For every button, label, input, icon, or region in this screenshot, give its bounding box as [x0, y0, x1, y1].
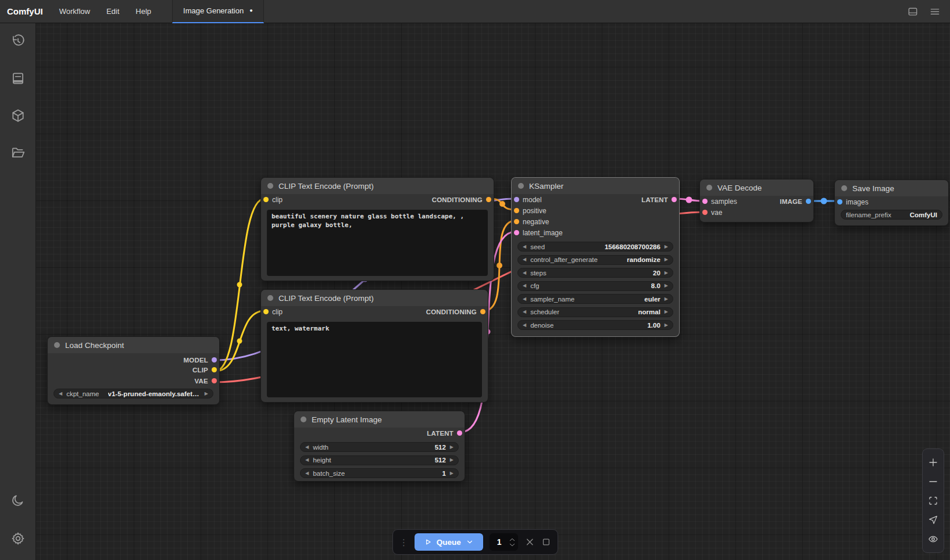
- widget-batch-size[interactable]: ◀ batch_size 1 ▶: [300, 468, 459, 478]
- drag-handle-icon[interactable]: ⋮: [399, 538, 408, 547]
- comfyui-logo[interactable]: ComfyUI: [0, 6, 51, 16]
- node-save-image[interactable]: Save Image images filename_prefix ComfyU…: [834, 180, 949, 226]
- input-dot-vae[interactable]: [702, 210, 708, 215]
- widget-denoise[interactable]: ◀ denoise 1.00 ▶: [517, 320, 673, 330]
- node-header[interactable]: VAE Decode: [700, 180, 813, 196]
- widget-right-arrow-icon[interactable]: ▶: [450, 445, 453, 450]
- widget-right-arrow-icon[interactable]: ▶: [665, 283, 668, 288]
- stop-icon[interactable]: [541, 537, 551, 547]
- output-dot-vae[interactable]: [212, 378, 217, 383]
- input-dot-model[interactable]: [514, 197, 519, 202]
- widget-right-arrow-icon[interactable]: ▶: [450, 471, 453, 476]
- node-header[interactable]: CLIP Text Encode (Prompt): [261, 290, 488, 306]
- widget-height[interactable]: ◀ height 512 ▶: [300, 455, 459, 465]
- output-dot-conditioning[interactable]: [486, 197, 491, 202]
- widget-right-arrow-icon[interactable]: ▶: [450, 458, 453, 462]
- menu-edit[interactable]: Edit: [98, 7, 127, 16]
- pan-mode-icon[interactable]: [928, 515, 938, 525]
- input-dot-positive[interactable]: [514, 208, 519, 213]
- widget-control-after-generate[interactable]: ◀ control_after_generate randomize ▶: [517, 255, 673, 265]
- widget-right-arrow-icon[interactable]: ▶: [665, 297, 668, 301]
- hamburger-menu-icon[interactable]: [929, 6, 941, 17]
- input-dot-latent-image[interactable]: [514, 230, 519, 235]
- widget-left-arrow-icon[interactable]: ◀: [305, 458, 309, 462]
- prompt-textarea[interactable]: beautiful scenery nature glass bottle la…: [267, 210, 488, 276]
- widget-right-arrow-icon[interactable]: ▶: [665, 271, 668, 275]
- widget-filename-prefix[interactable]: filename_prefix ComfyUI: [841, 210, 942, 220]
- collapse-dot[interactable]: [301, 417, 306, 422]
- node-header[interactable]: Empty Latent Image: [294, 411, 465, 428]
- collapse-dot[interactable]: [267, 183, 273, 189]
- node-vae-decode[interactable]: VAE Decode samples IMAGE vae: [699, 179, 814, 222]
- widget-left-arrow-icon[interactable]: ◀: [523, 283, 526, 288]
- menu-help[interactable]: Help: [127, 7, 159, 16]
- sidebar-item-settings[interactable]: [0, 525, 36, 552]
- input-dot-negative[interactable]: [514, 219, 519, 224]
- prompt-textarea[interactable]: text, watermark: [267, 322, 482, 397]
- widget-left-arrow-icon[interactable]: ◀: [305, 445, 309, 450]
- widget-cfg[interactable]: ◀ cfg 8.0 ▶: [517, 281, 673, 291]
- queue-run-button[interactable]: Queue: [415, 533, 483, 551]
- sidebar-item-history[interactable]: [0, 28, 36, 55]
- clear-queue-icon[interactable]: [524, 536, 535, 548]
- collapse-dot[interactable]: [841, 185, 847, 191]
- widget-right-arrow-icon[interactable]: ▶: [665, 323, 668, 328]
- stepper-up-icon[interactable]: [509, 538, 515, 541]
- widget-right-arrow-icon[interactable]: ▶: [205, 392, 208, 396]
- widget-sampler-name[interactable]: ◀ sampler_name euler ▶: [517, 294, 673, 304]
- sidebar-item-workflows[interactable]: [0, 139, 36, 166]
- zoom-in-icon[interactable]: [928, 457, 938, 468]
- chevron-down-icon[interactable]: [466, 538, 474, 546]
- node-header[interactable]: Load Checkpoint: [48, 337, 219, 353]
- widget-right-arrow-icon[interactable]: ▶: [665, 245, 668, 249]
- widget-left-arrow-icon[interactable]: ◀: [523, 245, 526, 249]
- collapse-dot[interactable]: [54, 342, 60, 348]
- widget-left-arrow-icon[interactable]: ◀: [523, 310, 526, 314]
- zoom-out-icon[interactable]: [928, 476, 938, 487]
- output-dot-model[interactable]: [212, 357, 217, 362]
- input-dot-images[interactable]: [837, 199, 842, 204]
- widget-seed[interactable]: ◀ seed 156680208700286 ▶: [517, 242, 673, 252]
- node-header[interactable]: Save Image: [835, 180, 948, 196]
- node-clip-text-encode-negative[interactable]: CLIP Text Encode (Prompt) clip CONDITION…: [260, 289, 488, 403]
- widget-ckpt-name[interactable]: ◀ ckpt_name v1-5-pruned-emaonly.safete… …: [53, 389, 213, 399]
- stepper-down-icon[interactable]: [509, 543, 515, 547]
- collapse-dot[interactable]: [267, 295, 273, 301]
- batch-count-input[interactable]: 1: [490, 533, 518, 551]
- output-dot-latent[interactable]: [457, 430, 462, 436]
- sidebar-item-model-library[interactable]: [0, 102, 36, 129]
- output-dot-conditioning[interactable]: [480, 309, 485, 314]
- input-dot-clip[interactable]: [263, 309, 269, 314]
- toggle-panel-icon[interactable]: [907, 6, 919, 17]
- output-dot-clip[interactable]: [212, 367, 217, 372]
- node-header[interactable]: CLIP Text Encode (Prompt): [261, 178, 494, 194]
- widget-steps[interactable]: ◀ steps 20 ▶: [517, 268, 673, 278]
- input-dot-samples[interactable]: [702, 199, 708, 204]
- widget-right-arrow-icon[interactable]: ▶: [665, 310, 668, 314]
- node-empty-latent-image[interactable]: Empty Latent Image LATENT ◀ width 512 ▶ …: [294, 411, 465, 482]
- node-clip-text-encode-positive[interactable]: CLIP Text Encode (Prompt) clip CONDITION…: [260, 177, 494, 281]
- collapse-dot[interactable]: [706, 185, 712, 191]
- workflow-tab[interactable]: Image Generation ●: [172, 0, 264, 23]
- widget-width[interactable]: ◀ width 512 ▶: [300, 442, 459, 452]
- collapse-dot[interactable]: [518, 183, 524, 189]
- widget-left-arrow-icon[interactable]: ◀: [305, 471, 309, 476]
- sidebar-item-theme-toggle[interactable]: [0, 487, 36, 514]
- node-ksampler[interactable]: KSampler model LATENT positive negative …: [511, 177, 680, 337]
- node-header[interactable]: KSampler: [512, 178, 679, 194]
- widget-left-arrow-icon[interactable]: ◀: [59, 392, 62, 396]
- widget-left-arrow-icon[interactable]: ◀: [523, 297, 526, 301]
- widget-left-arrow-icon[interactable]: ◀: [523, 257, 526, 262]
- widget-right-arrow-icon[interactable]: ▶: [665, 257, 668, 262]
- menu-workflow[interactable]: Workflow: [51, 7, 98, 16]
- sidebar-item-node-library[interactable]: [0, 65, 36, 92]
- output-dot-image[interactable]: [806, 199, 811, 204]
- fit-view-icon[interactable]: [928, 496, 938, 506]
- node-load-checkpoint[interactable]: Load Checkpoint MODEL CLIP VAE ◀ ckpt_na…: [47, 336, 220, 405]
- widget-scheduler[interactable]: ◀ scheduler normal ▶: [517, 307, 673, 317]
- output-dot-latent[interactable]: [672, 197, 677, 202]
- widget-left-arrow-icon[interactable]: ◀: [523, 271, 526, 275]
- toggle-link-visibility-icon[interactable]: [928, 534, 938, 544]
- input-dot-clip[interactable]: [263, 197, 269, 202]
- widget-left-arrow-icon[interactable]: ◀: [523, 323, 526, 328]
